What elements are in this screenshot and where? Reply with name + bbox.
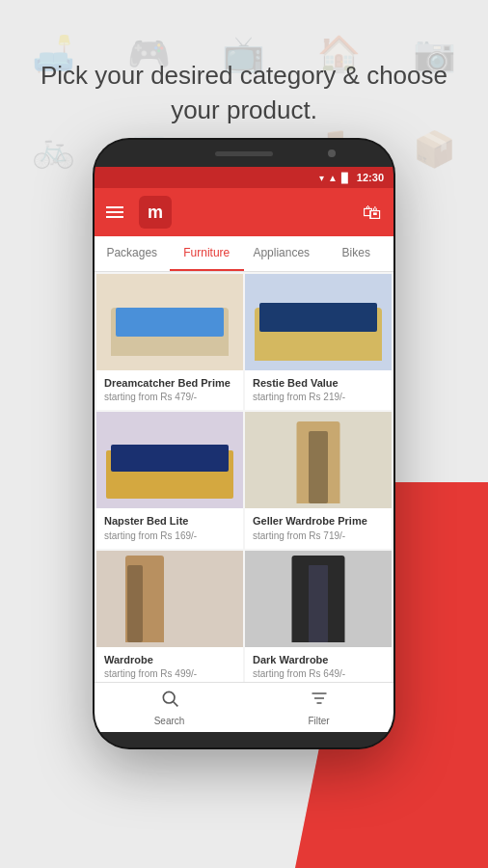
filter-nav-label: Filter (308, 716, 329, 726)
phone-speaker (215, 151, 273, 156)
product-info-3: Napster Bed Lite starting from Rs 169/- (96, 508, 243, 548)
phone-camera (328, 149, 336, 157)
signal-icon: ▾ (319, 173, 324, 183)
tab-bikes[interactable]: Bikes (319, 236, 394, 271)
search-nav-button[interactable]: Search (95, 683, 244, 732)
cart-button[interactable]: 🛍 (363, 202, 382, 224)
category-tab-bar: Packages Furniture Appliances Bikes (95, 236, 393, 272)
battery-icon: ▉ (341, 173, 349, 183)
app-logo: m (139, 196, 172, 229)
search-nav-label: Search (154, 716, 185, 726)
bed-image-2 (245, 274, 392, 370)
tab-appliances[interactable]: Appliances (244, 236, 319, 271)
wardrobe-image-4 (245, 412, 392, 508)
product-price-5: starting from Rs 499/- (104, 668, 235, 679)
search-icon (160, 689, 179, 713)
svg-line-1 (173, 702, 177, 707)
product-info-1: Dreamcatcher Bed Prime starting from Rs … (96, 370, 243, 410)
product-image-3 (96, 412, 243, 508)
page-headline: Pick your desired category & choose your… (0, 58, 488, 128)
product-name-1: Dreamcatcher Bed Prime (104, 376, 235, 390)
product-price-4: starting from Rs 719/- (253, 530, 384, 541)
product-card-2[interactable]: Restie Bed Value starting from Rs 219/- (245, 274, 392, 410)
status-time: 12:30 (357, 172, 384, 183)
product-name-4: Geller Wardrobe Prime (253, 514, 384, 528)
wardrobe-image-5 (96, 551, 243, 647)
filter-icon (310, 689, 329, 713)
product-card-3[interactable]: Napster Bed Lite starting from Rs 169/- (96, 412, 243, 548)
phone-mockup: ▾ ▲ ▉ 12:30 m 🛍 Packages (95, 140, 393, 747)
hamburger-menu-button[interactable] (106, 206, 123, 218)
product-name-2: Restie Bed Value (253, 376, 384, 390)
product-price-1: starting from Rs 479/- (104, 392, 235, 402)
product-image-4 (245, 412, 392, 508)
status-bar: ▾ ▲ ▉ 12:30 (95, 167, 393, 188)
bed-image-3 (96, 412, 243, 508)
product-grid: Dreamcatcher Bed Prime starting from Rs … (95, 272, 393, 682)
product-price-3: starting from Rs 169/- (104, 530, 235, 541)
tab-packages[interactable]: Packages (95, 236, 170, 271)
wardrobe-image-6 (245, 551, 392, 647)
bottom-nav-bar: Search Filter (95, 682, 393, 732)
product-info-6: Dark Wardrobe starting from Rs 649/- (245, 647, 392, 682)
phone-bottom-bar (95, 732, 393, 747)
product-name-3: Napster Bed Lite (104, 514, 235, 528)
product-image-2 (245, 274, 392, 370)
phone-top-bar (95, 140, 393, 167)
svg-point-0 (163, 692, 175, 703)
wifi-icon: ▲ (328, 173, 338, 183)
product-name-5: Wardrobe (104, 653, 235, 666)
product-image-5 (96, 551, 243, 647)
product-price-2: starting from Rs 219/- (253, 392, 384, 402)
product-card-1[interactable]: Dreamcatcher Bed Prime starting from Rs … (96, 274, 243, 410)
tab-furniture[interactable]: Furniture (170, 236, 245, 271)
app-bar: m 🛍 (95, 188, 393, 236)
product-card-4[interactable]: Geller Wardrobe Prime starting from Rs 7… (245, 412, 392, 548)
bed-image-1 (96, 274, 243, 370)
product-info-5: Wardrobe starting from Rs 499/- (96, 647, 243, 682)
product-price-6: starting from Rs 649/- (253, 668, 384, 679)
product-card-6[interactable]: Dark Wardrobe starting from Rs 649/- (245, 551, 392, 682)
product-info-2: Restie Bed Value starting from Rs 219/- (245, 370, 392, 410)
product-card-5[interactable]: Wardrobe starting from Rs 499/- (96, 551, 243, 682)
product-image-6 (245, 551, 392, 647)
product-info-4: Geller Wardrobe Prime starting from Rs 7… (245, 508, 392, 548)
product-image-1 (96, 274, 243, 370)
background-wrapper: 🛋️ 🎮 📺 🏠 📷 🚲 💻 🛏️ 🪑 📦 Pick your desired … (0, 0, 488, 868)
phone-screen: ▾ ▲ ▉ 12:30 m 🛍 Packages (95, 167, 393, 732)
product-name-6: Dark Wardrobe (253, 653, 384, 666)
filter-nav-button[interactable]: Filter (244, 683, 393, 732)
